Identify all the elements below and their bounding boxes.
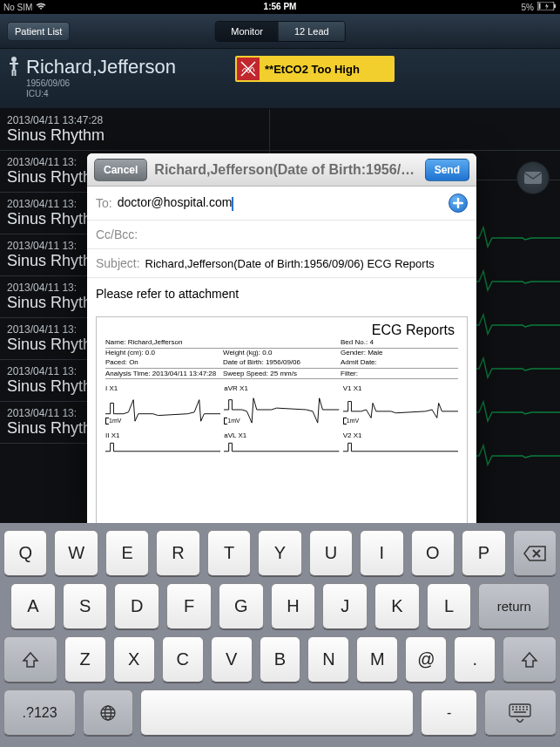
lead-unit: 1mV [347, 418, 359, 424]
att-bed-label: Bed No.: [341, 338, 368, 346]
attachment-preview: ECG Reports Name: Richard,Jefferson Bed … [96, 316, 468, 528]
key-e[interactable]: E [105, 530, 149, 576]
key-backspace[interactable] [513, 530, 557, 576]
alert-text: **EtCO2 Too High [265, 63, 360, 76]
alert-banner: **EtCO2 Too High [235, 56, 395, 82]
clock: 1:56 PM [0, 2, 560, 11]
key-return[interactable]: return [478, 583, 550, 629]
lead-label: V2 X1 [343, 431, 458, 439]
lead-unit: 1mV [227, 418, 240, 424]
key-p[interactable]: P [462, 530, 505, 576]
lead-unit: 1mV [109, 418, 121, 424]
lead-wave-icon [224, 392, 339, 427]
backspace-icon [523, 546, 546, 561]
key-space[interactable] [140, 689, 414, 736]
key-at[interactable]: @ [405, 636, 447, 682]
svg-rect-8 [524, 172, 542, 184]
compose-email-modal: Cancel Richard,Jefferson(Date of Birth:1… [87, 153, 476, 528]
key-v[interactable]: V [211, 636, 253, 682]
key-t[interactable]: T [207, 530, 251, 576]
key-u[interactable]: U [309, 530, 353, 576]
globe-icon [99, 704, 117, 722]
patient-dob: 1956/09/06 [26, 78, 176, 89]
back-button[interactable]: Patient List [7, 22, 70, 41]
keyboard: Q W E R T Y U I O P A S D F G H J K L re… [0, 523, 560, 747]
attachment-title: ECG Reports [105, 323, 458, 338]
to-input[interactable]: doctor@hospital.com [118, 195, 234, 210]
lead-cell: aVL X1 [224, 431, 339, 458]
cancel-button[interactable]: Cancel [94, 159, 147, 181]
subject-field-row[interactable]: Subject: Richard,Jefferson(Date of Birth… [87, 249, 476, 278]
key-shift-right[interactable] [503, 636, 557, 682]
key-g[interactable]: G [219, 583, 264, 629]
to-field-row[interactable]: To: doctor@hospital.com [87, 187, 476, 221]
lead-cell: V1 X1 1mV [343, 384, 458, 430]
att-height: 0.0 [145, 349, 155, 357]
key-globe[interactable] [83, 689, 133, 736]
email-body[interactable]: Please refer to attachment ECG Reports N… [87, 278, 476, 528]
key-row-1: Q W E R T Y U I O P [3, 530, 557, 576]
key-h[interactable]: H [271, 583, 316, 629]
att-name-label: Name: [105, 338, 126, 346]
key-s[interactable]: S [63, 583, 108, 629]
key-d[interactable]: D [114, 583, 159, 629]
modal-title: Richard,Jefferson(Date of Birth:1956/0..… [154, 162, 417, 178]
key-b[interactable]: B [260, 636, 301, 682]
key-k[interactable]: K [374, 583, 420, 629]
patient-header: Richard,Jefferson 1956/09/06 ICU:4 **EtC… [0, 49, 560, 109]
key-dash[interactable]: - [421, 689, 476, 736]
key-j[interactable]: J [322, 583, 368, 629]
key-n[interactable]: N [307, 636, 349, 682]
seg-12lead[interactable]: 12 Lead [279, 22, 345, 41]
key-m[interactable]: M [356, 636, 398, 682]
add-recipient-button[interactable] [449, 194, 468, 213]
plus-icon [453, 198, 463, 208]
text-cursor [232, 197, 233, 211]
att-analysis: 2013/04/11 13:47:28 [152, 370, 216, 377]
nav-bar: Patient List Monitor 12 Lead [0, 14, 560, 49]
leads-row-1: I X1 1mV aVR X1 1mV V1 X1 1mV [105, 384, 458, 430]
list-item[interactable]: 2013/04/11 13:47:28Sinus Rhythm [0, 109, 269, 151]
att-weight: 0.0 [262, 349, 272, 357]
subject-input[interactable]: Richard,Jefferson(Date of Birth:1956/09/… [145, 257, 468, 270]
alert-icon [237, 58, 260, 80]
lead-wave-icon [343, 392, 458, 427]
key-r[interactable]: R [156, 530, 199, 576]
leads-row-2: II X1 aVL X1 V2 X1 [105, 431, 458, 458]
lead-wave-icon [105, 439, 220, 457]
key-z[interactable]: Z [64, 636, 106, 682]
key-numbers[interactable]: .?123 [3, 689, 76, 736]
key-row-3: Z X C V B N M @ . [3, 636, 557, 682]
key-q[interactable]: Q [3, 530, 47, 576]
att-paced-label: Paced: [105, 358, 127, 366]
key-f[interactable]: F [166, 583, 212, 629]
send-button[interactable]: Send [425, 159, 469, 181]
key-x[interactable]: X [113, 636, 155, 682]
key-o[interactable]: O [411, 530, 455, 576]
att-admit-label: Admit Date: [341, 358, 377, 366]
key-i[interactable]: I [360, 530, 403, 576]
person-icon [9, 56, 19, 77]
att-dob: 1956/09/06 [266, 358, 300, 366]
key-hide-keyboard[interactable] [484, 689, 557, 736]
waveform-row [270, 109, 560, 151]
lead-label: V1 X1 [343, 384, 458, 392]
key-period[interactable]: . [454, 636, 496, 682]
to-value: doctor@hospital.com [118, 195, 233, 209]
key-y[interactable]: Y [258, 530, 301, 576]
att-filter-label: Filter: [341, 370, 358, 377]
key-shift-left[interactable] [3, 636, 57, 682]
att-analysis-label: Analysis Time: [105, 370, 151, 377]
key-w[interactable]: W [54, 530, 98, 576]
shift-icon [22, 651, 39, 669]
mail-button[interactable] [516, 161, 550, 194]
modal-header: Cancel Richard,Jefferson(Date of Birth:1… [87, 153, 476, 187]
lead-label: II X1 [105, 431, 220, 439]
seg-monitor[interactable]: Monitor [215, 22, 279, 41]
key-a[interactable]: A [10, 583, 56, 629]
cc-field-row[interactable]: Cc/Bcc: [87, 221, 476, 249]
key-c[interactable]: C [162, 636, 204, 682]
lead-wave-icon [224, 439, 339, 457]
key-l[interactable]: L [427, 583, 472, 629]
att-dob-label: Date of Birth: [223, 358, 264, 366]
